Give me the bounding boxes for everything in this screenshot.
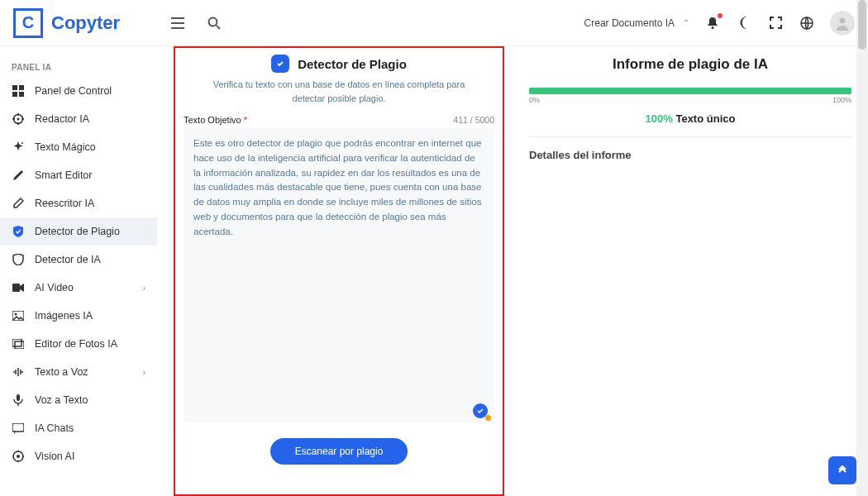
report-title: Informe de plagio de IA xyxy=(529,56,851,73)
shield-badge-icon xyxy=(271,55,289,73)
report-details-heading: Detalles del informe xyxy=(529,149,851,161)
sidebar-item-label: Detector de IA xyxy=(35,254,101,265)
search-icon[interactable] xyxy=(206,15,222,31)
sidebar-item-label: Texto a Voz xyxy=(35,366,88,378)
shield-outline-icon xyxy=(12,253,25,266)
sound-icon xyxy=(12,365,25,379)
language-icon[interactable] xyxy=(799,15,815,31)
progress-max: 100% xyxy=(832,96,851,104)
sidebar-item-panel-de-control[interactable]: Panel de Control xyxy=(0,77,157,105)
main-content: Detector de Plagio Verifica tu texto con… xyxy=(157,46,868,496)
sidebar-item-label: IA Chats xyxy=(35,422,74,434)
sidebar-item-ai-video[interactable]: AI Video › xyxy=(0,274,157,302)
fullscreen-icon[interactable] xyxy=(767,15,784,31)
char-counter: 411 / 5000 xyxy=(453,115,494,125)
menu-toggle-icon[interactable] xyxy=(169,15,186,31)
edit-icon xyxy=(12,197,25,210)
sidebar-item-label: Vision AI xyxy=(35,451,74,462)
svg-point-0 xyxy=(209,17,217,26)
sidebar-item-texto-a-voz[interactable]: Texto a Voz › xyxy=(0,358,157,386)
svg-rect-6 xyxy=(12,92,17,97)
svg-point-13 xyxy=(15,313,17,316)
scrollbar-thumb[interactable] xyxy=(858,0,866,50)
sidebar-item-label: Texto Mágico xyxy=(35,141,96,153)
dark-mode-icon[interactable] xyxy=(736,15,752,31)
svg-point-9 xyxy=(17,118,20,121)
svg-point-1 xyxy=(712,26,714,29)
sidebar-item-voz-a-texto[interactable]: Voz a Texto xyxy=(0,386,157,414)
brand-logo[interactable]: C Copyter xyxy=(13,8,120,38)
required-asterisk: * xyxy=(244,115,247,125)
sidebar-item-imagenes-ia[interactable]: Imágenes IA xyxy=(0,302,157,330)
chevron-up-icon: ⌃ xyxy=(683,18,689,27)
ai-assist-icon[interactable] xyxy=(473,403,488,418)
svg-rect-7 xyxy=(19,92,24,97)
svg-rect-15 xyxy=(15,341,24,349)
target-text-input[interactable] xyxy=(184,128,494,422)
photo-edit-icon xyxy=(12,337,25,351)
sidebar-item-texto-magico[interactable]: Texto Mágico xyxy=(0,133,157,161)
scroll-to-top-button[interactable] xyxy=(828,456,856,484)
sidebar-item-label: Editor de Fotos IA xyxy=(35,338,117,350)
sidebar-item-detector-de-plagio[interactable]: Detector de Plagio xyxy=(0,217,157,246)
plagiarism-detector-card: Detector de Plagio Verifica tu texto con… xyxy=(174,46,504,496)
svg-rect-4 xyxy=(12,85,17,90)
user-avatar[interactable] xyxy=(830,11,855,36)
scan-button[interactable]: Escanear por plagio xyxy=(270,438,408,465)
sidebar: PANEL IA Panel de Control Redactor IA Te… xyxy=(0,46,157,496)
svg-point-3 xyxy=(840,17,846,23)
logo-mark: C xyxy=(13,8,43,38)
progress-bar: 0% 100% xyxy=(529,88,851,104)
notifications-icon[interactable] xyxy=(704,15,721,31)
svg-rect-14 xyxy=(12,339,21,346)
report-panel: Informe de plagio de IA 0% 100% 100% Tex… xyxy=(529,46,851,496)
sidebar-item-detector-de-ia[interactable]: Detector de IA xyxy=(0,246,157,274)
app-header: C Copyter Crear Documento IA ⌃ xyxy=(0,0,868,46)
sidebar-heading: PANEL IA xyxy=(0,55,157,77)
result-percentage: 100% xyxy=(646,112,673,125)
vision-icon xyxy=(12,450,25,463)
svg-rect-11 xyxy=(12,284,20,292)
sidebar-item-vision-ai[interactable]: Vision AI xyxy=(0,442,157,470)
sidebar-item-label: Smart Editor xyxy=(35,169,92,181)
progress-min: 0% xyxy=(529,96,540,104)
sidebar-item-label: Reescritor IA xyxy=(35,198,94,209)
result-label: Texto único xyxy=(675,112,735,125)
logo-text: Copyter xyxy=(51,12,120,34)
mic-icon xyxy=(12,393,25,407)
progress-fill xyxy=(529,88,851,94)
sidebar-item-editor-de-fotos-ia[interactable]: Editor de Fotos IA xyxy=(0,330,157,358)
sidebar-item-ia-chats[interactable]: IA Chats xyxy=(0,414,157,442)
card-title: Detector de Plagio xyxy=(298,57,407,71)
field-label: Texto Objetivo xyxy=(184,115,241,125)
create-document-button[interactable]: Crear Documento IA ⌃ xyxy=(584,17,689,29)
sidebar-item-label: Detector de Plagio xyxy=(35,226,120,237)
svg-rect-17 xyxy=(12,423,24,432)
svg-point-19 xyxy=(17,455,20,458)
page-scrollbar[interactable] xyxy=(856,0,868,496)
sparkle-icon xyxy=(12,141,25,154)
svg-rect-16 xyxy=(17,394,20,401)
sidebar-item-reescritor-ia[interactable]: Reescritor IA xyxy=(0,189,157,217)
sidebar-item-redactor-ia[interactable]: Redactor IA xyxy=(0,105,157,133)
notification-dot-icon xyxy=(718,13,723,18)
sidebar-item-label: Voz a Texto xyxy=(35,394,88,406)
chevron-right-icon: › xyxy=(143,368,145,377)
sidebar-item-label: Redactor IA xyxy=(35,113,89,125)
image-icon xyxy=(12,309,25,322)
chevron-right-icon: › xyxy=(143,284,145,293)
create-document-label: Crear Documento IA xyxy=(584,17,675,29)
sidebar-item-smart-editor[interactable]: Smart Editor xyxy=(0,161,157,189)
sidebar-item-label: Imágenes IA xyxy=(35,310,93,322)
pen-icon xyxy=(12,169,25,182)
video-icon xyxy=(12,281,25,294)
chat-icon xyxy=(12,422,25,435)
sidebar-item-label: Panel de Control xyxy=(35,85,112,97)
sidebar-item-label: AI Video xyxy=(35,282,74,293)
ai-icon xyxy=(12,112,25,126)
svg-point-10 xyxy=(21,142,23,144)
shield-icon xyxy=(12,225,25,238)
card-subtitle: Verifica tu texto con una base de datos … xyxy=(203,78,475,105)
result-summary: 100% Texto único xyxy=(529,112,851,137)
dashboard-icon xyxy=(12,84,25,98)
